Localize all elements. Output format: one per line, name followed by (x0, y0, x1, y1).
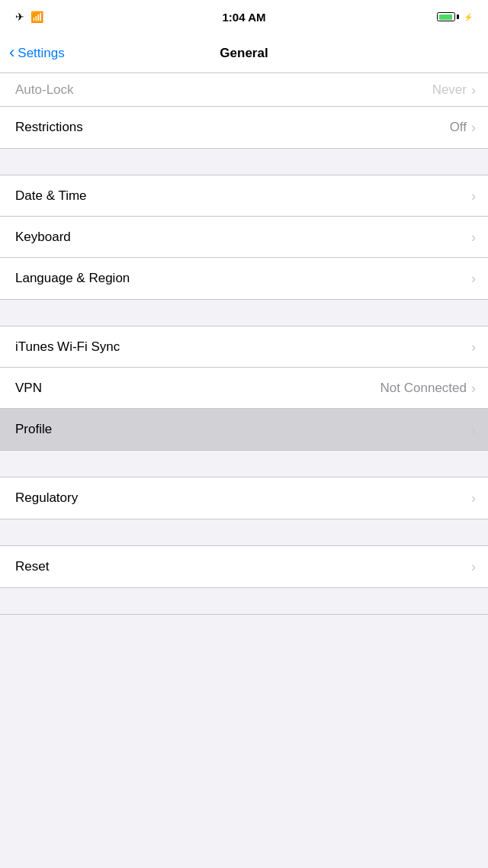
restrictions-value: Off (450, 120, 467, 135)
settings-row-regulatory[interactable]: Regulatory › (0, 477, 488, 519)
section-separator-bottom (0, 587, 488, 615)
vpn-chevron-icon: › (471, 381, 476, 395)
settings-row-datetime[interactable]: Date & Time › (0, 175, 488, 217)
back-chevron-icon: ‹ (9, 44, 14, 61)
status-bar: ✈ 📶 1:04 AM ⚡ (0, 0, 488, 34)
language-label: Language & Region (15, 271, 130, 286)
settings-group-top: Auto-Lock Never › Restrictions Off › (0, 73, 488, 148)
battery-body (437, 12, 455, 21)
keyboard-label: Keyboard (15, 230, 71, 245)
regulatory-chevron-icon: › (471, 491, 476, 505)
vpn-label: VPN (15, 381, 42, 396)
vpn-value-container: Not Connected › (380, 381, 476, 396)
charging-bolt-icon: ⚡ (464, 13, 473, 21)
autolock-value: Never (432, 82, 467, 98)
profile-label: Profile (15, 422, 52, 437)
battery-tip (457, 14, 459, 19)
vpn-value: Not Connected (380, 381, 467, 396)
battery-icon (437, 12, 459, 21)
profile-chevron-icon: › (471, 423, 476, 436)
reset-chevron-icon: › (471, 560, 476, 574)
settings-group-regulatory: Regulatory › (0, 477, 488, 519)
datetime-value-container: › (471, 189, 476, 203)
settings-row-profile[interactable]: Profile › (0, 409, 488, 450)
settings-group-itunes: iTunes Wi-Fi Sync › VPN Not Connected › … (0, 326, 488, 450)
settings-row-itunes-wifi[interactable]: iTunes Wi-Fi Sync › (0, 326, 488, 368)
settings-group-datetime: Date & Time › Keyboard › Language & Regi… (0, 175, 488, 299)
status-bar-right: ⚡ (437, 12, 473, 21)
itunes-wifi-value-container: › (471, 340, 476, 354)
regulatory-label: Regulatory (15, 490, 78, 506)
itunes-wifi-chevron-icon: › (471, 340, 476, 354)
status-bar-left: ✈ 📶 (15, 11, 43, 23)
autolock-value-container: Never › (432, 82, 476, 98)
datetime-label: Date & Time (15, 188, 87, 204)
keyboard-value-container: › (471, 230, 476, 244)
restrictions-label: Restrictions (15, 120, 83, 135)
settings-row-vpn[interactable]: VPN Not Connected › (0, 368, 488, 409)
language-value-container: › (471, 272, 476, 285)
itunes-wifi-label: iTunes Wi-Fi Sync (15, 339, 120, 355)
keyboard-chevron-icon: › (471, 230, 476, 244)
nav-bar: ‹ Settings General (0, 34, 488, 73)
back-button-label: Settings (18, 46, 64, 61)
section-separator-1 (0, 148, 488, 175)
section-separator-3 (0, 450, 488, 477)
settings-row-language[interactable]: Language & Region › (0, 258, 488, 299)
back-button[interactable]: ‹ Settings (9, 46, 65, 61)
language-chevron-icon: › (471, 272, 476, 285)
restrictions-value-container: Off › (450, 120, 476, 135)
settings-group-reset: Reset › (0, 546, 488, 587)
section-separator-2 (0, 299, 488, 326)
section-separator-4 (0, 519, 488, 546)
reset-label: Reset (15, 559, 49, 574)
settings-row-keyboard[interactable]: Keyboard › (0, 217, 488, 258)
regulatory-value-container: › (471, 491, 476, 505)
settings-row-restrictions[interactable]: Restrictions Off › (0, 107, 488, 148)
settings-row-autolock[interactable]: Auto-Lock Never › (0, 73, 488, 107)
reset-value-container: › (471, 560, 476, 574)
airplane-icon: ✈ (15, 11, 24, 23)
page-title: General (220, 46, 268, 61)
wifi-icon: 📶 (30, 11, 43, 23)
battery-fill (439, 14, 452, 20)
status-time: 1:04 AM (223, 11, 266, 24)
datetime-chevron-icon: › (471, 189, 476, 203)
settings-row-reset[interactable]: Reset › (0, 546, 488, 587)
autolock-label: Auto-Lock (15, 82, 74, 98)
restrictions-chevron-icon: › (471, 121, 476, 134)
autolock-chevron-icon: › (471, 83, 476, 97)
profile-value-container: › (471, 423, 476, 436)
